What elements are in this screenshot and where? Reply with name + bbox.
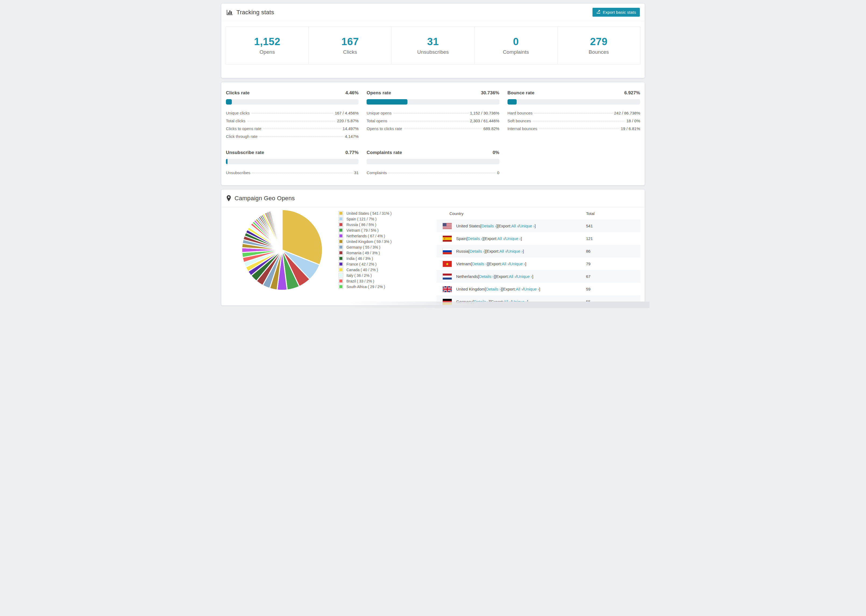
rate-item-label: Total clicks [226,118,246,123]
export-unique-link[interactable]: Unique › [524,287,539,291]
dotted-leader [263,129,341,129]
country-name: Germany [456,299,473,304]
progress-bar-fill [507,99,516,105]
dotted-leader [404,129,482,129]
dotted-leader [260,137,343,137]
legend-item-india: India ( 46 / 3% ) [339,256,433,261]
rate-section-unsubscribe-rate: Unsubscribe rate0.77%Unsubscribes31 [226,150,359,178]
legend-item-netherlands: Netherlands ( 67 / 4% ) [339,233,433,239]
export-label: Export: [499,224,512,228]
legend-label: Romania ( 49 / 3% ) [346,251,380,255]
rate-value: 0.77% [345,150,359,156]
export-label: Export: [496,274,509,279]
stat-value: 167 [341,36,359,47]
legend-item-italy: Italy ( 36 / 2% ) [339,272,433,278]
dotted-leader [539,129,619,129]
stat-value: 279 [590,36,608,47]
export-unique-link[interactable]: Unique › [507,249,523,253]
legend-label: France ( 42 / 2% ) [346,262,376,266]
rate-section-clicks-rate: Clicks rate4.46%Unique clicks167 / 4.456… [226,90,359,142]
tracking-stats-title: Tracking stats [236,9,274,16]
rate-item-unique-opens: Unique opens1,152 / 30.736% [367,111,499,118]
rate-item-total-opens: Total opens2,303 / 61.446% [367,118,499,126]
stat-value: 1,152 [254,36,280,47]
rate-item-unique-clicks: Unique clicks167 / 4.456% [226,111,359,118]
country-name: Vietnam [456,261,471,266]
legend-label: Netherlands ( 67 / 4% ) [346,234,385,238]
details-link[interactable]: Details › [486,287,501,291]
country-name: United Kingdom [456,287,485,291]
rate-item-value: 2,303 / 61.446% [470,118,499,123]
details-link[interactable]: Details › [474,299,489,304]
legend-item-romania: Romania ( 49 / 3% ) [339,250,433,256]
details-link[interactable]: Details › [479,274,494,279]
rate-item-label: Soft bounces [507,118,531,123]
export-unique-link[interactable]: Unique › [505,236,521,241]
nl-flag-icon [443,273,452,280]
rate-title: Opens rate [367,90,391,96]
details-link[interactable]: Details › [469,249,484,253]
rate-item-total-clicks: Total clicks220 / 5.87% [226,118,359,126]
rate-item-value: 18 / 0% [627,118,640,123]
legend-item-vietnam: Vietnam ( 79 / 5% ) [339,227,433,233]
dotted-leader [534,113,612,113]
progress-bar-complaints-rate [367,159,499,164]
geo-row-united-states: United States [Details ›] [Export: All ›… [436,220,640,232]
rate-item-hard-bounces: Hard bounces242 / 86.738% [507,111,640,118]
geo-row-total-cell: 55 [586,299,640,304]
rate-title: Complaints rate [367,150,402,156]
rate-section-complaints-rate: Complaints rate0%Complaints0 [367,150,499,178]
legend-swatch [339,256,343,261]
rate-item-unsubscribes: Unsubscribes31 [226,170,359,178]
rate-item-label: Unsubscribes [226,170,250,175]
rate-value: 0% [493,150,499,156]
legend-swatch [339,228,343,233]
geo-row-total: 541 [586,224,593,228]
legend-label: Italy ( 36 / 2% ) [346,273,372,278]
vn-flag-icon [443,261,452,267]
dotted-leader [247,121,335,121]
bracket: ] [521,236,522,241]
rate-item-label: Hard bounces [507,111,532,115]
legend-swatch [339,234,343,238]
rate-item-label: Clicks to opens rate [226,126,261,131]
export-all-link[interactable]: All › [511,224,518,228]
export-all-link[interactable]: All › [499,249,506,253]
dotted-leader [533,121,625,121]
export-unique-link[interactable]: Unique › [517,274,532,279]
rate-title: Bounce rate [507,90,534,96]
geo-pie-legend: United States ( 541 / 31% )Spain ( 121 /… [339,207,433,306]
geo-row-total: 86 [586,249,590,253]
export-all-link[interactable]: All › [509,274,516,279]
export-all-link[interactable]: All › [516,287,523,291]
rate-value: 6.927% [624,90,640,96]
country-name: Netherlands [456,274,478,279]
export-unique-link[interactable]: Unique › [512,299,527,304]
rates-grid: Clicks rate4.46%Unique clicks167 / 4.456… [221,82,645,185]
es-flag-icon [443,236,452,242]
export-all-link[interactable]: All › [504,299,511,304]
export-unique-link[interactable]: Unique › [519,224,535,228]
details-link[interactable]: Details › [472,261,487,266]
geo-table-rows: United States [Details ›] [Export: All ›… [436,220,640,306]
rate-item-soft-bounces: Soft bounces18 / 0% [507,118,640,126]
export-basic-stats-button[interactable]: Export basic stats [592,8,640,17]
country-name: Spain [456,236,466,241]
export-all-link[interactable]: All › [502,261,509,266]
export-icon [596,10,601,15]
stat-value: 0 [513,36,519,47]
details-link[interactable]: Details › [468,236,482,241]
legend-item-france: France ( 42 / 2% ) [339,261,433,267]
rate-item-value: 167 / 4.456% [335,111,359,115]
details-link[interactable]: Details › [482,224,496,228]
export-label: Export: [489,261,502,266]
stat-card-clicks: 167Clicks [309,27,391,64]
dotted-leader [394,113,468,113]
stat-label: Unsubscribes [417,49,449,55]
legend-swatch [339,279,343,283]
rate-section-bounce-rate: Bounce rate6.927%Hard bounces242 / 86.73… [507,90,640,142]
bracket: ] [532,274,533,279]
export-all-link[interactable]: All › [497,236,504,241]
rate-title: Clicks rate [226,90,250,96]
export-unique-link[interactable]: Unique › [510,261,525,266]
